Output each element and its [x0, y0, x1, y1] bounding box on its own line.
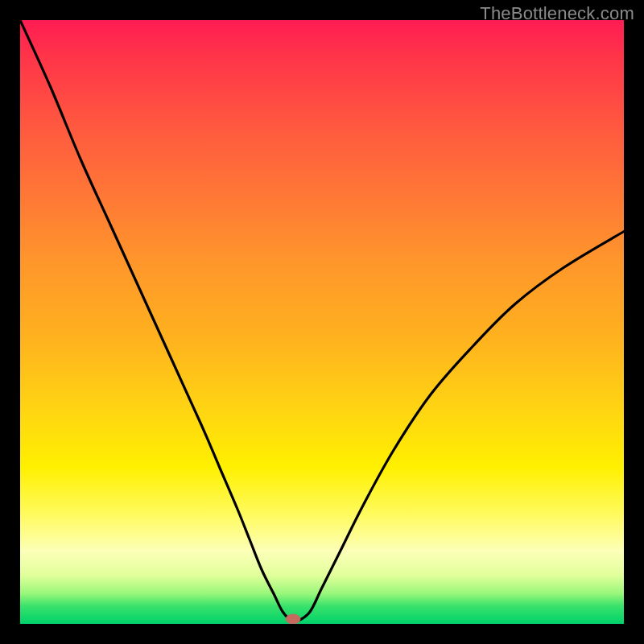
bottleneck-curve: [20, 20, 624, 622]
valley-marker-icon: [286, 614, 300, 624]
watermark-text: TheBottleneck.com: [480, 3, 634, 24]
chart-frame: TheBottleneck.com: [0, 0, 644, 644]
plot-area: [20, 20, 624, 624]
curve-svg: [20, 20, 624, 624]
